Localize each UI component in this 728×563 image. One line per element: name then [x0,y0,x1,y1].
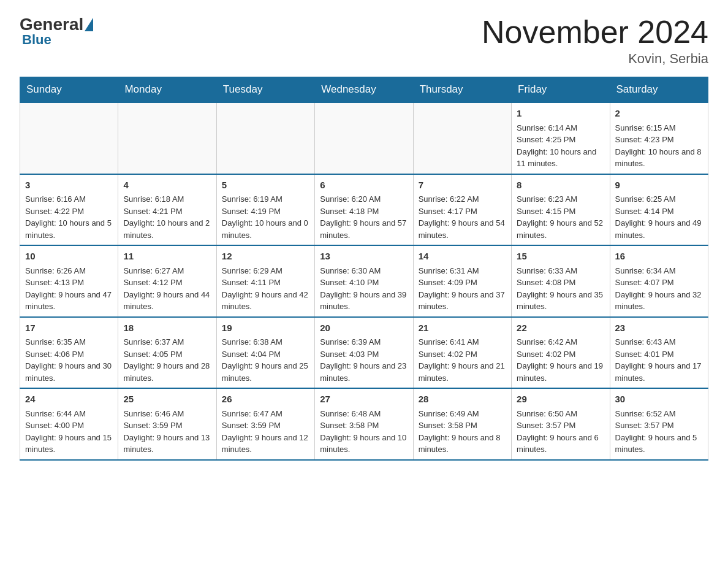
day-number: 12 [222,250,309,264]
day-info: Sunset: 3:59 PM [222,419,309,432]
day-number: 17 [25,321,113,335]
day-info: Sunrise: 6:18 AM [123,193,211,205]
day-info: Daylight: 9 hours and 17 minutes. [615,360,703,384]
day-info: Sunrise: 6:48 AM [320,408,408,420]
calendar-cell: 29Sunrise: 6:50 AMSunset: 3:57 PMDayligh… [512,388,610,460]
day-info: Sunset: 3:57 PM [517,419,604,432]
calendar-cell: 2Sunrise: 6:15 AMSunset: 4:23 PMDaylight… [610,102,708,174]
day-number: 11 [123,250,211,264]
calendar-cell: 26Sunrise: 6:47 AMSunset: 3:59 PMDayligh… [216,388,314,460]
day-info: Sunrise: 6:15 AM [615,122,703,134]
day-info: Daylight: 9 hours and 5 minutes. [615,432,703,456]
day-number: 13 [320,250,408,264]
day-info: Sunrise: 6:20 AM [320,193,408,205]
calendar-cell: 24Sunrise: 6:44 AMSunset: 4:00 PMDayligh… [20,388,118,460]
day-info: Sunset: 4:02 PM [419,348,506,361]
day-number: 2 [615,107,703,121]
day-info: Sunset: 4:02 PM [517,348,604,361]
calendar-cell: 15Sunrise: 6:33 AMSunset: 4:08 PMDayligh… [512,245,610,317]
day-info: Sunset: 3:57 PM [615,419,703,432]
day-info: Sunset: 4:11 PM [222,277,309,289]
title-area: November 2024 Kovin, Serbia [482,15,708,67]
calendar-cell [216,102,314,174]
day-info: Sunset: 4:08 PM [517,277,604,289]
day-info: Sunrise: 6:41 AM [419,336,506,348]
day-info: Sunset: 4:00 PM [25,419,113,432]
day-info: Daylight: 9 hours and 10 minutes. [320,432,408,456]
calendar-week-2: 10Sunrise: 6:26 AMSunset: 4:13 PMDayligh… [20,245,708,317]
day-info: Sunset: 4:06 PM [25,348,113,361]
day-info: Daylight: 9 hours and 30 minutes. [25,360,113,384]
day-info: Sunrise: 6:43 AM [615,336,703,348]
day-info: Sunrise: 6:29 AM [222,265,309,277]
day-info: Daylight: 9 hours and 25 minutes. [222,360,309,384]
calendar-cell: 28Sunrise: 6:49 AMSunset: 3:58 PMDayligh… [413,388,511,460]
day-info: Daylight: 9 hours and 47 minutes. [25,289,113,313]
day-number: 3 [25,178,113,193]
day-info: Sunset: 4:21 PM [123,205,211,218]
day-number: 22 [517,321,604,335]
day-info: Sunrise: 6:35 AM [25,336,113,348]
day-number: 30 [615,393,703,407]
calendar-header-wednesday: Wednesday [315,77,413,103]
day-info: Sunset: 3:58 PM [419,419,506,432]
day-info: Daylight: 9 hours and 54 minutes. [419,217,506,241]
day-number: 4 [123,178,211,193]
day-number: 23 [615,321,703,335]
calendar-cell: 19Sunrise: 6:38 AMSunset: 4:04 PMDayligh… [216,317,314,389]
day-info: Sunset: 4:22 PM [25,205,113,218]
day-info: Sunrise: 6:50 AM [517,408,604,420]
day-info: Sunset: 4:09 PM [419,277,506,289]
day-number: 18 [123,321,211,335]
day-number: 10 [25,250,113,264]
calendar-header-monday: Monday [118,77,216,103]
calendar-header-thursday: Thursday [413,77,511,103]
calendar-week-4: 24Sunrise: 6:44 AMSunset: 4:00 PMDayligh… [20,388,708,460]
day-info: Sunset: 4:04 PM [222,348,309,361]
day-number: 15 [517,250,604,264]
day-info: Sunset: 4:10 PM [320,277,408,289]
calendar-cell: 22Sunrise: 6:42 AMSunset: 4:02 PMDayligh… [512,317,610,389]
day-info: Sunrise: 6:47 AM [222,408,309,420]
calendar-cell: 10Sunrise: 6:26 AMSunset: 4:13 PMDayligh… [20,245,118,317]
calendar-cell: 16Sunrise: 6:34 AMSunset: 4:07 PMDayligh… [610,245,708,317]
calendar-cell: 12Sunrise: 6:29 AMSunset: 4:11 PMDayligh… [216,245,314,317]
day-info: Daylight: 9 hours and 37 minutes. [419,289,506,313]
calendar-header-tuesday: Tuesday [216,77,314,103]
day-number: 9 [615,178,703,193]
day-info: Sunset: 4:03 PM [320,348,408,361]
day-info: Sunrise: 6:27 AM [123,265,211,277]
calendar-cell [315,102,413,174]
day-number: 29 [517,393,604,407]
day-info: Sunrise: 6:39 AM [320,336,408,348]
calendar-cell: 4Sunrise: 6:18 AMSunset: 4:21 PMDaylight… [118,174,216,246]
day-info: Sunset: 4:17 PM [419,205,506,218]
day-info: Sunset: 4:19 PM [222,205,309,218]
day-info: Daylight: 10 hours and 0 minutes. [222,217,309,241]
day-number: 5 [222,178,309,193]
calendar: SundayMondayTuesdayWednesdayThursdayFrid… [20,77,708,461]
calendar-cell: 27Sunrise: 6:48 AMSunset: 3:58 PMDayligh… [315,388,413,460]
day-info: Sunset: 3:59 PM [123,419,211,432]
day-info: Daylight: 9 hours and 39 minutes. [320,289,408,313]
day-info: Sunset: 4:07 PM [615,277,703,289]
day-number: 24 [25,393,113,407]
calendar-cell [20,102,118,174]
calendar-cell: 20Sunrise: 6:39 AMSunset: 4:03 PMDayligh… [315,317,413,389]
day-info: Sunset: 4:01 PM [615,348,703,361]
day-info: Sunrise: 6:46 AM [123,408,211,420]
day-info: Sunrise: 6:33 AM [517,265,604,277]
day-info: Sunset: 4:12 PM [123,277,211,289]
day-info: Sunrise: 6:44 AM [25,408,113,420]
calendar-cell: 13Sunrise: 6:30 AMSunset: 4:10 PMDayligh… [315,245,413,317]
day-info: Daylight: 9 hours and 42 minutes. [222,289,309,313]
day-info: Sunrise: 6:26 AM [25,265,113,277]
calendar-cell [118,102,216,174]
logo-blue-text: Blue [22,32,51,48]
day-info: Sunset: 4:23 PM [615,134,703,146]
day-number: 6 [320,178,408,193]
calendar-week-0: 1Sunrise: 6:14 AMSunset: 4:25 PMDaylight… [20,102,708,174]
day-info: Daylight: 9 hours and 15 minutes. [25,432,113,456]
day-number: 20 [320,321,408,335]
day-info: Sunrise: 6:31 AM [419,265,506,277]
